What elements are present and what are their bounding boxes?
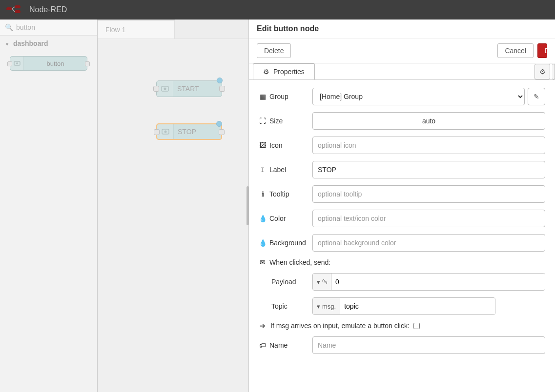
emulate-click-checkbox[interactable] xyxy=(413,323,420,329)
palette-search[interactable]: 🔍 ✕ xyxy=(0,20,97,36)
info-icon: ℹ xyxy=(259,190,267,198)
arrow-right-icon: ➔ xyxy=(259,322,267,330)
palette-node-label: button xyxy=(24,60,87,67)
palette-node-button[interactable]: button xyxy=(10,56,87,71)
node-output-port[interactable] xyxy=(219,86,225,92)
name-input[interactable] xyxy=(312,336,545,354)
topic-value-input[interactable] xyxy=(340,298,495,314)
flow-node-stop[interactable]: STOP xyxy=(156,123,222,140)
button-node-icon xyxy=(157,81,173,97)
background-input[interactable] xyxy=(312,234,545,252)
payload-value-input[interactable] xyxy=(331,274,545,290)
gear-icon: ⚙ xyxy=(263,68,269,76)
editor-tabs: ⚙ Properties ⚙ xyxy=(249,63,555,80)
delete-button[interactable]: Delete xyxy=(257,43,291,58)
node-red-logo-icon xyxy=(6,5,25,14)
topic-type-selector[interactable]: ▾ msg. xyxy=(313,298,340,314)
tint-icon: 💧 xyxy=(259,239,267,247)
topic-input[interactable]: ▾ msg. xyxy=(312,297,495,315)
group-select[interactable]: [Home] Group xyxy=(312,88,525,105)
tag-icon: 🏷 xyxy=(259,341,267,349)
picture-icon: 🖼 xyxy=(259,141,267,149)
palette-search-input[interactable] xyxy=(16,23,102,31)
svg-rect-2 xyxy=(15,10,21,13)
category-label: dashboard xyxy=(13,39,48,47)
tab-flow1[interactable]: Flow 1 xyxy=(98,20,175,39)
button-node-icon xyxy=(157,124,174,139)
workspace: Flow 1 START STOP xyxy=(98,20,248,392)
search-icon: 🔍 xyxy=(5,23,13,31)
field-label: Name xyxy=(269,341,288,349)
section-when-clicked: ✉ When clicked, send: xyxy=(259,258,545,266)
envelope-icon: ✉ xyxy=(259,258,267,266)
emulate-click-row: ➔ If msg arrives on input, emulate a but… xyxy=(259,322,545,330)
svg-point-4 xyxy=(16,62,18,64)
editor-tray: Edit button node Delete Cancel Done ⚙ Pr… xyxy=(248,20,555,392)
svg-point-6 xyxy=(164,88,166,90)
node-input-port[interactable] xyxy=(154,129,160,135)
color-input[interactable] xyxy=(312,210,545,227)
section-text: When clicked, send: xyxy=(269,258,330,266)
node-port-left xyxy=(7,61,12,66)
svg-rect-1 xyxy=(15,5,21,8)
field-label: Background xyxy=(269,239,306,247)
field-label: Group xyxy=(269,93,288,100)
field-label: Icon xyxy=(269,141,282,149)
num-type-icon: ⁰₉ xyxy=(322,278,327,286)
app-title: Node-RED xyxy=(29,5,67,14)
chevron-down-icon: ▾ xyxy=(6,41,8,47)
caret-down-icon: ▾ xyxy=(317,303,320,310)
node-settings-button[interactable]: ⚙ xyxy=(534,64,550,79)
payload-input[interactable]: ▾ ⁰₉ xyxy=(312,273,545,291)
editor-actions: Delete Cancel Done xyxy=(249,39,555,63)
icon-input[interactable] xyxy=(312,137,545,154)
caret-down-icon: ▾ xyxy=(317,278,320,286)
tray-resize-handle[interactable] xyxy=(247,186,249,225)
node-changed-dot-icon xyxy=(216,121,222,127)
node-info-button[interactable] xyxy=(552,64,555,79)
cancel-button[interactable]: Cancel xyxy=(497,43,534,58)
button-node-icon xyxy=(10,57,24,70)
tab-label: Flow 1 xyxy=(105,26,125,34)
node-label: START xyxy=(173,85,222,93)
palette-panel: 🔍 ✕ ▾ dashboard button xyxy=(0,20,98,392)
pencil-icon: ✎ xyxy=(534,93,539,100)
app-header: Node-RED xyxy=(0,0,555,20)
flow-canvas[interactable]: START STOP xyxy=(98,39,248,392)
svg-rect-0 xyxy=(6,7,12,10)
done-button[interactable]: Done xyxy=(537,43,547,58)
size-input[interactable] xyxy=(312,112,545,130)
flow-node-start[interactable]: START xyxy=(156,80,222,97)
tab-label: Properties xyxy=(273,68,305,76)
field-label: Topic xyxy=(271,302,288,310)
field-label: Color xyxy=(269,215,286,222)
expand-icon: ⛶ xyxy=(259,117,267,125)
field-label: Tooltip xyxy=(269,190,289,198)
tint-icon: 💧 xyxy=(259,215,267,222)
node-output-port[interactable] xyxy=(219,129,225,135)
grid-icon: ▦ xyxy=(259,93,267,100)
node-label: STOP xyxy=(174,128,221,136)
emulate-label: If msg arrives on input, emulate a butto… xyxy=(270,322,410,330)
tab-properties[interactable]: ⚙ Properties xyxy=(253,63,315,79)
gear-icon: ⚙ xyxy=(539,68,546,76)
field-label: Label xyxy=(269,166,286,174)
field-label: Payload xyxy=(271,278,296,286)
properties-form: ▦Group [Home] Group ✎ ⛶Size 🖼Icon 𝙸Label… xyxy=(249,80,555,392)
field-label: Size xyxy=(269,117,283,125)
tooltip-input[interactable] xyxy=(312,185,545,203)
edit-group-button[interactable]: ✎ xyxy=(528,88,545,105)
editor-title: Edit button node xyxy=(249,20,555,39)
svg-point-8 xyxy=(164,131,166,133)
text-cursor-icon: 𝙸 xyxy=(259,166,267,174)
node-changed-dot-icon xyxy=(217,78,223,83)
palette-category-dashboard[interactable]: ▾ dashboard xyxy=(0,36,97,51)
node-port-right xyxy=(85,61,90,66)
payload-type-selector[interactable]: ▾ ⁰₉ xyxy=(313,274,331,290)
node-input-port[interactable] xyxy=(153,86,159,92)
label-input[interactable] xyxy=(312,161,545,178)
msg-type-label: msg. xyxy=(322,303,336,310)
tab-bar: Flow 1 xyxy=(98,20,248,39)
